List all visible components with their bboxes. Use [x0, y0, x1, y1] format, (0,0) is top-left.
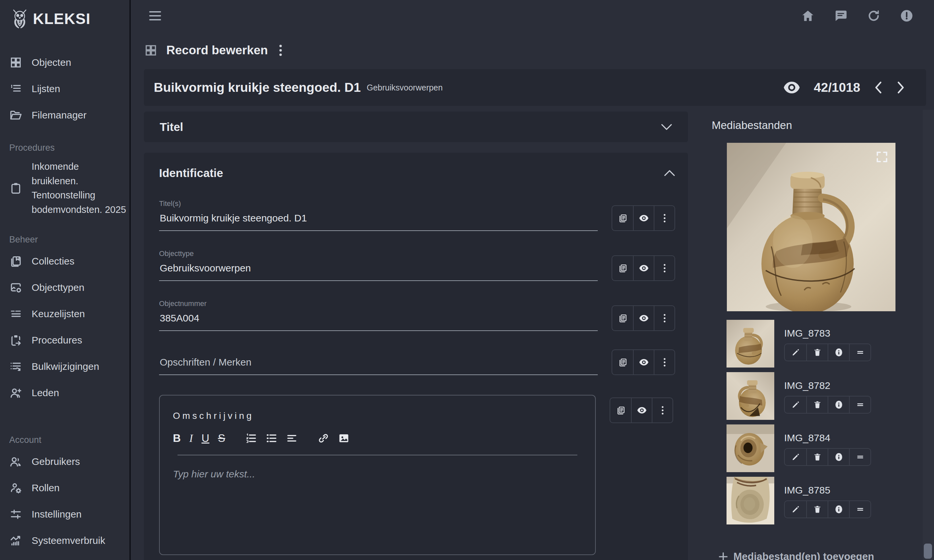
field-menu-button[interactable]: [654, 206, 675, 230]
rich-text-editor[interactable]: Omschrijving B I U S: [159, 395, 596, 555]
underline-button[interactable]: U: [202, 432, 210, 445]
fullscreen-icon[interactable]: [875, 150, 889, 164]
sidebar-item-keuzelijsten[interactable]: Keuzelijsten: [9, 301, 130, 327]
field-opschriften[interactable]: Opschriften / Merken: [159, 352, 598, 375]
media-thumbnail[interactable]: [727, 372, 774, 420]
field-copy-button[interactable]: [612, 206, 633, 230]
field-value[interactable]: Buikvormig kruikje steengoed. D1: [159, 208, 598, 231]
field-value[interactable]: 385A004: [159, 308, 598, 331]
media-main-image[interactable]: [727, 143, 895, 311]
media-delete-button[interactable]: [806, 397, 827, 413]
brand-logo[interactable]: KLEKSI: [9, 7, 130, 30]
preview-eye-icon[interactable]: [783, 82, 800, 94]
field-visibility-button[interactable]: [633, 206, 654, 230]
media-info-button[interactable]: [827, 397, 849, 413]
media-delete-button[interactable]: [806, 501, 827, 518]
drag-handle-icon: [856, 505, 865, 514]
sidebar-item-lijsten[interactable]: Lijsten: [9, 76, 130, 102]
record-counter: 42/1018: [814, 80, 860, 95]
sidebar-item-objecten[interactable]: Objecten: [9, 49, 130, 76]
field-objectnummer[interactable]: Objectnummer 385A004: [159, 299, 598, 331]
sidebar-item-collecties[interactable]: Collecties: [9, 248, 130, 274]
media-edit-button[interactable]: [785, 449, 806, 465]
media-edit-button[interactable]: [785, 501, 806, 518]
section-titel[interactable]: Titel: [144, 112, 688, 142]
media-drag-handle[interactable]: [849, 344, 871, 361]
media-drag-handle[interactable]: [849, 449, 871, 465]
media-edit-button[interactable]: [785, 344, 806, 361]
unordered-list-button[interactable]: [266, 432, 277, 444]
eye-icon: [639, 263, 649, 273]
sidebar-item-leden[interactable]: Leden: [9, 380, 130, 406]
field-label: Objectnummer: [159, 299, 598, 308]
media-thumbnail[interactable]: [727, 477, 774, 525]
insert-image-button[interactable]: [338, 432, 350, 444]
chat-icon[interactable]: [834, 9, 848, 23]
media-edit-button[interactable]: [785, 397, 806, 413]
editor-placeholder[interactable]: Typ hier uw tekst...: [173, 469, 582, 480]
media-delete-button[interactable]: [806, 344, 827, 361]
member-add-icon: [9, 386, 22, 400]
media-drag-handle[interactable]: [849, 397, 871, 413]
strikethrough-button[interactable]: S: [218, 432, 225, 445]
field-value[interactable]: Gebruiksvoorwerpen: [159, 258, 598, 281]
grid-icon: [9, 56, 22, 69]
media-thumbnail[interactable]: [727, 425, 774, 472]
field-menu-button[interactable]: [654, 256, 675, 280]
media-drag-handle[interactable]: [849, 501, 871, 518]
home-icon[interactable]: [801, 9, 815, 23]
media-thumbnail[interactable]: [727, 320, 774, 368]
field-visibility-button[interactable]: [633, 350, 654, 374]
field-copy-button[interactable]: [610, 398, 631, 423]
field-menu-button[interactable]: [654, 350, 675, 374]
field-menu-button[interactable]: [654, 306, 675, 330]
field-visibility-button[interactable]: [633, 256, 654, 280]
sidebar-item-logout[interactable]: Logout: [9, 554, 130, 560]
drag-handle-icon: [856, 453, 865, 461]
scrollbar-thumb[interactable]: [924, 543, 932, 559]
italic-button[interactable]: I: [189, 432, 193, 445]
section-identificatie-header[interactable]: Identificatie: [159, 166, 675, 180]
ordered-list-button[interactable]: [245, 432, 257, 444]
next-record-icon[interactable]: [897, 81, 905, 94]
media-info-button[interactable]: [827, 501, 849, 518]
sidebar-item-filemanager[interactable]: Filemanager: [9, 102, 130, 128]
sidebar-item-systeemverbruik[interactable]: Systeemverbruik: [9, 528, 130, 554]
refresh-icon[interactable]: [867, 9, 881, 23]
field-actions: [611, 305, 675, 331]
page-menu-kebab-icon[interactable]: [276, 44, 285, 57]
sidebar-item-procedures[interactable]: Procedures: [9, 327, 130, 353]
sidebar-item-gebruikers[interactable]: Gebruikers: [9, 448, 130, 475]
sidebar-item-objecttypen[interactable]: Objecttypen: [9, 274, 130, 301]
image-icon: [338, 432, 350, 444]
field-menu-button[interactable]: [652, 398, 673, 423]
add-media-button[interactable]: Mediabestand(en) toevoegen: [718, 551, 926, 560]
field-copy-button[interactable]: [612, 306, 633, 330]
field-copy-button[interactable]: [612, 256, 633, 280]
media-delete-button[interactable]: [806, 449, 827, 465]
field-titels[interactable]: Titel(s) Buikvormig kruikje steengoed. D…: [159, 199, 598, 231]
link-button[interactable]: [318, 432, 329, 444]
align-left-button[interactable]: [286, 432, 298, 444]
page-header: Record bewerken: [144, 43, 926, 58]
sidebar-item-instellingen[interactable]: Instellingen: [9, 501, 130, 528]
sidebar-item-rollen[interactable]: Rollen: [9, 475, 130, 501]
field-objecttype[interactable]: Objecttype Gebruiksvoorwerpen: [159, 249, 598, 281]
media-panel: Mediabestanden: [712, 106, 926, 560]
media-info-button[interactable]: [827, 449, 849, 465]
scrollbar[interactable]: [923, 110, 934, 560]
media-info-button[interactable]: [827, 344, 849, 361]
menu-toggle-icon[interactable]: [149, 11, 161, 20]
field-visibility-button[interactable]: [633, 306, 654, 330]
sidebar-item-bulkwijzigingen[interactable]: Bulkwijzigingen: [9, 353, 130, 380]
field-value[interactable]: Opschriften / Merken: [159, 352, 598, 375]
field-actions: [611, 349, 675, 375]
field-copy-button[interactable]: [612, 350, 633, 374]
alert-icon[interactable]: [900, 9, 914, 23]
sidebar-item-label: Instellingen: [32, 509, 82, 520]
prev-record-icon[interactable]: [874, 81, 883, 94]
bold-button[interactable]: B: [173, 432, 181, 445]
sidebar-item-procedure-record[interactable]: Inkomende bruiklenen. Tentoonstelling bo…: [9, 156, 130, 220]
drag-handle-icon: [856, 348, 865, 357]
field-visibility-button[interactable]: [631, 398, 652, 423]
